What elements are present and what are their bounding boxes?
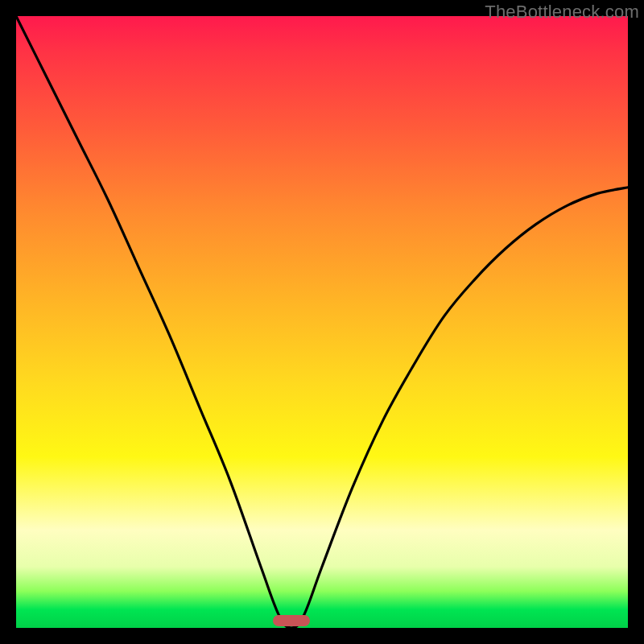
bottleneck-curve	[16, 16, 628, 628]
curve-path	[16, 16, 628, 628]
chart-frame	[16, 16, 628, 628]
watermark-text: TheBottleneck.com	[485, 2, 639, 23]
optimal-range-marker	[273, 615, 310, 626]
